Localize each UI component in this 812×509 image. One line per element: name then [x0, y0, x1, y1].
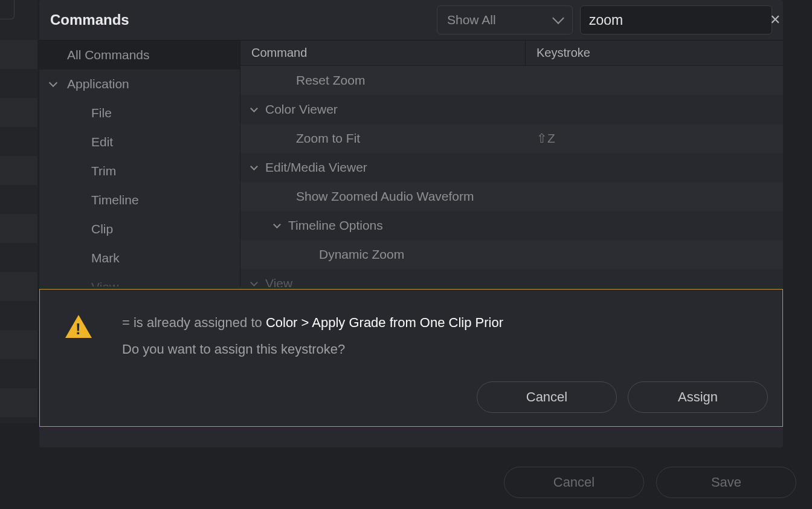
command-table: Command Keystroke Reset Zoom Color Viewe… [240, 41, 783, 287]
table-header: Command Keystroke [240, 41, 783, 66]
sidebar-item-label: Clip [91, 222, 113, 236]
conflict-alert: = is already assigned to Color > Apply G… [39, 289, 783, 427]
sidebar-item-label: File [91, 106, 112, 120]
chevron-down-icon [250, 279, 258, 287]
sidebar-item-view[interactable]: View [39, 273, 240, 287]
sidebar-item-timeline[interactable]: Timeline [39, 186, 240, 215]
sidebar-item-label: Edit [91, 135, 113, 149]
sidebar-item-file[interactable]: File [39, 99, 240, 128]
category-sidebar: All Commands Application File Edit Trim … [39, 41, 240, 287]
sidebar-item-label: Timeline [91, 193, 139, 207]
command-label: Show Zoomed Audio Waveform [296, 189, 474, 204]
warning-icon [65, 315, 92, 339]
command-label: Dynamic Zoom [319, 247, 404, 262]
command-label: Edit/Media Viewer [265, 160, 367, 175]
chevron-down-icon [49, 79, 57, 87]
alert-conflict-command: Color > Apply Grade from One Clip Prior [266, 315, 503, 330]
sidebar-item-mark[interactable]: Mark [39, 244, 240, 273]
dialog-save-button[interactable]: Save [656, 467, 796, 498]
filter-dropdown[interactable]: Show All [437, 5, 573, 34]
panel-header: Commands Show All ✕ [39, 0, 783, 40]
commands-panel: Commands Show All ✕ All Commands Applica… [39, 0, 783, 447]
sidebar-item-clip[interactable]: Clip [39, 215, 240, 244]
column-header-keystroke[interactable]: Keystroke [526, 46, 783, 60]
panel-title: Commands [50, 11, 129, 28]
table-body: Reset Zoom Color Viewer Zoom to Fit ⇧Z E… [240, 66, 783, 287]
dialog-footer: Cancel Save [504, 467, 796, 498]
sidebar-item-edit[interactable]: Edit [39, 128, 240, 157]
alert-prefix: = is already assigned to [122, 315, 266, 330]
chevron-down-icon [250, 105, 258, 112]
striped-rows [0, 40, 37, 417]
sidebar-item-trim[interactable]: Trim [39, 157, 240, 186]
table-row[interactable]: Reset Zoom [240, 66, 783, 95]
filter-label: Show All [447, 13, 496, 27]
chevron-down-icon [250, 163, 258, 170]
sidebar-item-label: Mark [91, 251, 120, 265]
table-row[interactable]: Zoom to Fit ⇧Z [240, 124, 783, 153]
clear-search-icon[interactable]: ✕ [767, 12, 783, 28]
command-label: Zoom to Fit [296, 131, 360, 146]
table-row[interactable]: Dynamic Zoom [240, 240, 783, 269]
table-row[interactable]: Timeline Options [240, 211, 783, 240]
column-header-command[interactable]: Command [240, 41, 526, 65]
keystroke-value: ⇧Z [526, 131, 783, 146]
chevron-down-icon [552, 12, 564, 24]
table-row[interactable]: Color Viewer [240, 95, 783, 124]
sidebar-item-application[interactable]: Application [39, 70, 240, 99]
sidebar-item-label: All Commands [67, 48, 150, 62]
panel-body: All Commands Application File Edit Trim … [39, 40, 783, 287]
search-input[interactable] [589, 12, 767, 28]
table-row[interactable]: View [240, 269, 783, 287]
alert-cancel-button[interactable]: Cancel [477, 381, 617, 413]
table-row[interactable]: Show Zoomed Audio Waveform [240, 182, 783, 211]
command-label: Color Viewer [265, 102, 338, 117]
table-row[interactable]: Edit/Media Viewer [240, 153, 783, 182]
sidebar-item-label: View [91, 280, 118, 287]
alert-assign-button[interactable]: Assign [628, 381, 768, 413]
alert-message: = is already assigned to Color > Apply G… [122, 315, 503, 331]
chevron-down-icon [273, 221, 281, 229]
sidebar-item-label: Trim [91, 164, 116, 178]
search-box[interactable]: ✕ [580, 5, 772, 34]
left-edge-strip [0, 0, 37, 423]
command-label: Reset Zoom [296, 73, 365, 88]
sidebar-item-label: Application [67, 77, 129, 91]
alert-question: Do you want to assign this keystroke? [122, 342, 503, 357]
sidebar-item-all-commands[interactable]: All Commands [39, 41, 240, 70]
truncated-control [0, 0, 14, 19]
command-label: View [265, 276, 292, 287]
dialog-cancel-button[interactable]: Cancel [504, 467, 644, 498]
command-label: Timeline Options [288, 218, 383, 233]
